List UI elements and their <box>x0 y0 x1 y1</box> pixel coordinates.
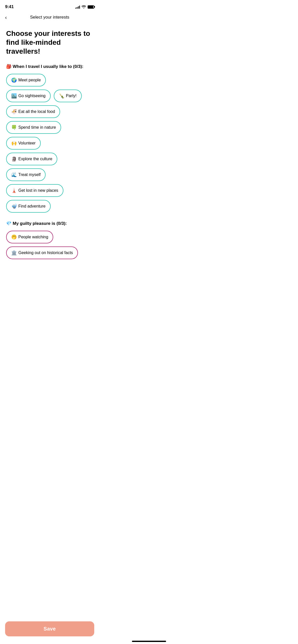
status-time: 9:41 <box>5 4 14 9</box>
status-icons <box>75 5 94 9</box>
header: ‹ Select your interests <box>0 12 99 24</box>
chip-meet-people-label: Meet people <box>18 78 41 82</box>
chip-treat-myself-label: Treat myself <box>18 172 40 177</box>
explore-culture-emoji: 🗿 <box>11 156 17 162</box>
eat-local-food-emoji: 🍜 <box>11 109 17 114</box>
pleasure-section-label: 💎 My guilty pleasure is (0/3): <box>6 221 93 226</box>
find-adventure-emoji: 🤿 <box>11 203 17 209</box>
meet-people-emoji: 🌍 <box>11 77 17 83</box>
chip-volunteer-label: Volunteer <box>18 141 36 145</box>
chip-eat-local-food[interactable]: 🍜 Eat all the local food <box>6 105 60 118</box>
back-button[interactable]: ‹ <box>5 14 7 20</box>
chip-go-sightseeing[interactable]: 🏙️ Go sightseeing <box>6 90 51 102</box>
chip-spend-time-nature[interactable]: 🍀 Spend time in nature <box>6 121 61 134</box>
people-watching-emoji: 🤭 <box>11 234 17 240</box>
travel-section: 🎒 When I travel I usually like to (0/3):… <box>6 64 93 213</box>
status-bar: 9:41 <box>0 0 99 12</box>
chip-geeking-history[interactable]: 🏛️ Geeking out on historical facts <box>6 246 78 259</box>
chip-volunteer[interactable]: 🙌 Volunteer <box>6 137 41 150</box>
chip-find-adventure[interactable]: 🤿 Find adventure <box>6 200 51 213</box>
go-sightseeing-emoji: 🏙️ <box>11 93 17 99</box>
spend-time-nature-emoji: 🍀 <box>11 125 17 130</box>
chip-explore-culture[interactable]: 🗿 Explore the culture <box>6 153 57 165</box>
chip-find-adventure-label: Find adventure <box>18 204 46 209</box>
wifi-icon <box>82 5 86 9</box>
travel-section-label: 🎒 When I travel I usually like to (0/3): <box>6 64 93 69</box>
chip-spend-time-nature-label: Spend time in nature <box>18 125 56 130</box>
chip-treat-myself[interactable]: 🌊 Treat myself <box>6 168 46 181</box>
chip-get-lost[interactable]: 🗼 Get lost in new places <box>6 184 63 197</box>
chip-meet-people[interactable]: 🌍 Meet people <box>6 74 46 86</box>
pleasure-section: 💎 My guilty pleasure is (0/3): 🤭 People … <box>6 221 93 259</box>
signal-icon <box>75 5 80 9</box>
page-title: Select your interests <box>30 15 69 20</box>
chip-explore-culture-label: Explore the culture <box>18 157 52 161</box>
main-heading: Choose your interests to find like-minde… <box>6 29 93 56</box>
main-content: Choose your interests to find like-minde… <box>0 24 99 298</box>
chip-people-watching[interactable]: 🤭 People watching <box>6 231 53 243</box>
travel-chips-container: 🌍 Meet people 🏙️ Go sightseeing 🍾 Party!… <box>6 74 93 213</box>
party-emoji: 🍾 <box>59 93 64 99</box>
battery-icon <box>88 5 94 9</box>
chip-go-sightseeing-label: Go sightseeing <box>18 94 46 98</box>
chip-party-label: Party! <box>66 94 77 98</box>
get-lost-emoji: 🗼 <box>11 188 17 193</box>
geeking-history-emoji: 🏛️ <box>11 250 17 256</box>
chip-people-watching-label: People watching <box>18 235 48 239</box>
treat-myself-emoji: 🌊 <box>11 172 17 178</box>
chip-party[interactable]: 🍾 Party! <box>54 90 82 102</box>
volunteer-emoji: 🙌 <box>11 140 17 146</box>
chip-get-lost-label: Get lost in new places <box>18 188 58 193</box>
pleasure-chips-container: 🤭 People watching 🏛️ Geeking out on hist… <box>6 231 93 259</box>
chip-eat-local-food-label: Eat all the local food <box>18 109 55 114</box>
chip-geeking-history-label: Geeking out on historical facts <box>18 251 73 255</box>
